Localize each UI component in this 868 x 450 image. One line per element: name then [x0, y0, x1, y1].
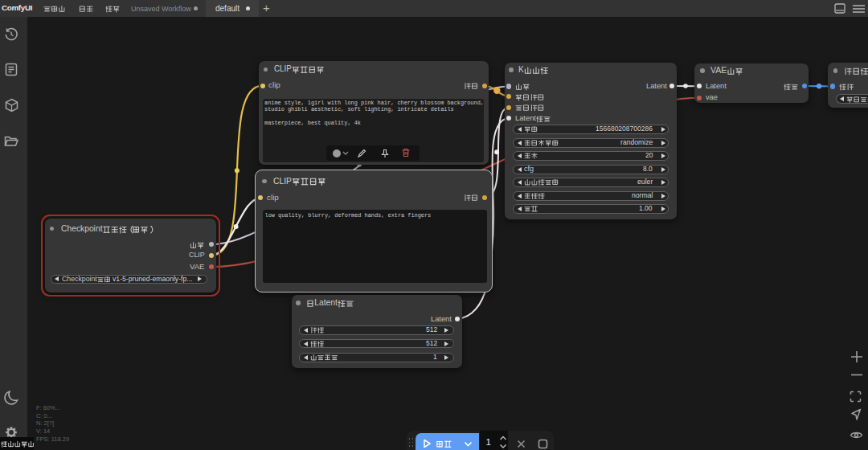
svg-text:VAE: VAE — [710, 66, 727, 75]
svg-text:512: 512 — [426, 325, 437, 333]
svg-text:Latent: Latent — [646, 82, 667, 90]
svg-text:CLIP: CLIP — [274, 64, 292, 73]
svg-text:Latent: Latent — [314, 298, 338, 307]
svg-text:1: 1 — [433, 353, 437, 361]
svg-text:Latent: Latent — [515, 114, 536, 122]
svg-text:randomize: randomize — [620, 138, 653, 146]
svg-text:1.00: 1.00 — [639, 204, 653, 212]
svg-text:Latent: Latent — [706, 82, 727, 90]
svg-text:K: K — [518, 65, 524, 74]
svg-text:Checkpoint: Checkpoint — [61, 224, 103, 233]
svg-text:clip: clip — [267, 194, 279, 202]
svg-text:CLIP: CLIP — [189, 252, 205, 260]
svg-text:156680208700286: 156680208700286 — [596, 125, 653, 133]
svg-text:CLIP: CLIP — [273, 176, 292, 185]
svg-text:Checkpoint: Checkpoint — [62, 275, 97, 283]
svg-text:cfg: cfg — [524, 165, 534, 173]
svg-text:euler: euler — [637, 178, 653, 186]
svg-text:clip: clip — [268, 82, 280, 90]
svg-text:vae: vae — [706, 94, 718, 102]
svg-text:v1-5-pruned-emaonly-fp...: v1-5-pruned-emaonly-fp... — [113, 275, 192, 283]
svg-text:512: 512 — [426, 339, 437, 347]
svg-text:VAE: VAE — [190, 263, 204, 271]
svg-text:normal: normal — [632, 191, 653, 199]
svg-text:8.0: 8.0 — [643, 165, 653, 173]
svg-text:Latent: Latent — [431, 315, 452, 323]
svg-text:20: 20 — [645, 151, 653, 159]
